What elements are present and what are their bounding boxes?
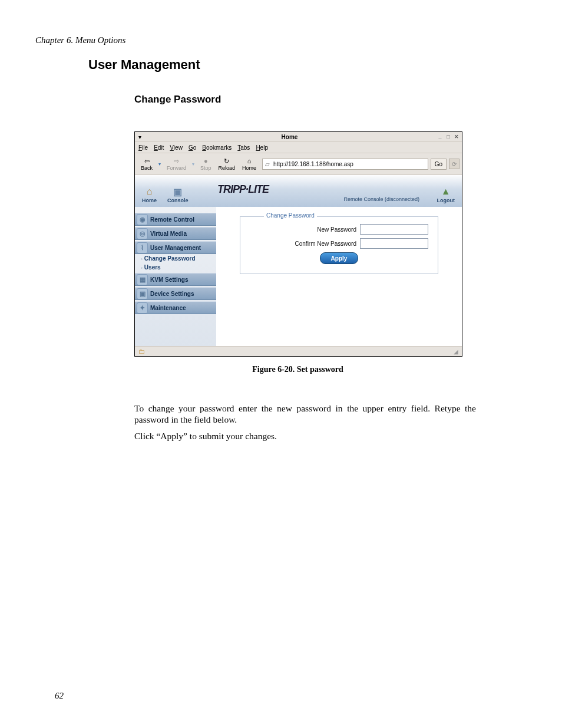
arrow-right-icon: ⇨	[172, 157, 181, 165]
menu-edit[interactable]: Edit	[154, 144, 164, 151]
maximize-button[interactable]: □	[445, 133, 452, 140]
bullet-icon: ◦	[141, 265, 143, 271]
app-main: Change Password New Password Confirm New…	[216, 207, 462, 346]
sidebar-item-device-settings[interactable]: ▣ Device Settings	[135, 287, 216, 300]
browser-menubar: File Edit View Go Bookmarks Tabs Help	[135, 141, 462, 153]
app-console-button[interactable]: ▣ Console	[167, 186, 189, 203]
forward-label: Forward	[167, 165, 186, 171]
confirm-password-label: Confirm New Password	[295, 241, 356, 247]
logout-button[interactable]: ▲ Logout	[437, 186, 455, 203]
disc-icon: ◎	[137, 228, 148, 239]
chapter-header: Chapter 6. Menu Options	[35, 35, 527, 45]
minimize-button[interactable]: _	[437, 133, 444, 140]
app-home-label: Home	[142, 197, 157, 203]
heading-change-password: Change Password	[134, 94, 527, 106]
sidebar-item-remote-control[interactable]: ◉ Remote Control	[135, 213, 216, 226]
sidebar-item-label: Virtual Media	[150, 230, 187, 237]
browser-window: ▾ Home _ □ ✕ File Edit View Go Bookmarks…	[134, 131, 462, 357]
forward-button[interactable]: ⇨ Forward	[163, 157, 190, 171]
chip-icon: ▣	[137, 288, 148, 299]
body-paragraph-2: Click “Apply” to submit your changes.	[134, 430, 476, 442]
logout-label: Logout	[437, 197, 455, 203]
arrow-left-icon: ⇦	[142, 157, 151, 165]
page-number: 62	[55, 691, 64, 701]
address-input[interactable]	[272, 160, 425, 168]
sidebar-item-label: KVM Settings	[150, 276, 188, 283]
menu-go[interactable]: Go	[189, 144, 196, 151]
form-row-new-password: New Password	[250, 224, 428, 235]
gear-icon: ◉	[137, 214, 148, 225]
browser-toolbar: ⇦ Back ▾ ⇨ Forward ▾ ● Stop ↻ Reload ⌂ H…	[135, 153, 462, 174]
apply-button[interactable]: Apply	[320, 252, 359, 264]
back-button[interactable]: ⇦ Back	[137, 157, 156, 171]
exit-icon: ▲	[439, 186, 452, 197]
new-password-input[interactable]	[360, 224, 428, 235]
sidebar-item-label: Remote Control	[150, 216, 194, 223]
body-paragraph-1: To change your password enter the new pa…	[134, 403, 476, 426]
sidebar-sub-change-password[interactable]: ◦Change Password	[141, 255, 216, 262]
sidebar-item-kvm-settings[interactable]: ▦ KVM Settings	[135, 273, 216, 286]
menu-view[interactable]: View	[170, 144, 183, 151]
sidebar-sub-label: Users	[144, 264, 161, 271]
app-header: ⌂ Home ▣ Console TRIPP·LITE Remote Conso…	[135, 175, 462, 207]
sidebar-item-maintenance[interactable]: ✦ Maintenance	[135, 301, 216, 314]
home-icon: ⌂	[244, 157, 254, 165]
system-menu-icon[interactable]: ▾	[137, 134, 143, 140]
browser-statusbar: 🗀 ◢	[135, 346, 462, 356]
stop-button[interactable]: ● Stop	[197, 157, 215, 171]
sidebar-item-user-management[interactable]: ⌇ User Management	[135, 241, 216, 254]
reload-label: Reload	[219, 165, 236, 171]
reload-icon: ↻	[222, 157, 232, 165]
app-home-button[interactable]: ⌂ Home	[142, 186, 157, 203]
page-icon: ▱	[265, 161, 270, 167]
back-history-dropdown[interactable]: ▾	[156, 162, 163, 167]
folder-icon: 🗀	[138, 348, 145, 355]
wrench-icon: ✦	[137, 302, 148, 314]
reload-button[interactable]: ↻ Reload	[215, 157, 239, 171]
forward-history-dropdown[interactable]: ▾	[190, 162, 197, 167]
switch-icon: ▦	[137, 274, 148, 285]
sidebar-item-label: Device Settings	[150, 291, 194, 297]
sidebar-item-label: User Management	[150, 245, 201, 251]
bullet-icon: ◦	[141, 256, 143, 262]
menu-file[interactable]: File	[138, 144, 148, 151]
monitor-icon: ▣	[171, 186, 184, 197]
menu-bookmarks[interactable]: Bookmarks	[202, 144, 232, 151]
menu-help[interactable]: Help	[256, 144, 268, 151]
throbber-icon: ⟳	[449, 159, 459, 169]
app-body: ◉ Remote Control ◎ Virtual Media ⌇ User …	[135, 207, 462, 346]
stop-label: Stop	[200, 165, 211, 171]
sidebar-sub-label: Change Password	[144, 255, 196, 262]
app-console-label: Console	[167, 197, 189, 203]
resize-grip-icon[interactable]: ◢	[454, 348, 458, 355]
fieldset-legend: Change Password	[264, 212, 317, 219]
browser-titlebar: ▾ Home _ □ ✕	[135, 132, 462, 141]
browser-viewport: ⌂ Home ▣ Console TRIPP·LITE Remote Conso…	[135, 174, 462, 346]
sidebar-sub-users[interactable]: ◦Users	[141, 264, 216, 271]
home-label: Home	[242, 165, 256, 171]
form-row-confirm-password: Confirm New Password	[250, 238, 428, 249]
brand-logo: TRIPP·LITE	[217, 183, 269, 196]
menu-tabs[interactable]: Tabs	[237, 144, 250, 151]
confirm-password-input[interactable]	[360, 238, 428, 249]
sidebar-item-virtual-media[interactable]: ◎ Virtual Media	[135, 227, 216, 240]
home-button[interactable]: ⌂ Home	[239, 157, 260, 171]
window-title: Home	[143, 134, 437, 140]
go-button[interactable]: Go	[431, 159, 447, 170]
back-label: Back	[141, 165, 153, 171]
house-icon: ⌂	[143, 186, 156, 197]
stop-icon: ●	[201, 157, 210, 165]
remote-console-status: Remote Console (disconnected)	[343, 196, 419, 202]
users-icon: ⌇	[137, 242, 148, 253]
sidebar-item-label: Maintenance	[150, 305, 186, 311]
change-password-fieldset: Change Password New Password Confirm New…	[240, 216, 438, 274]
sidebar: ◉ Remote Control ◎ Virtual Media ⌇ User …	[135, 207, 216, 346]
close-button[interactable]: ✕	[453, 133, 460, 140]
figure-screenshot: ▾ Home _ □ ✕ File Edit View Go Bookmarks…	[134, 131, 464, 374]
address-bar[interactable]: ▱	[262, 159, 428, 170]
figure-caption: Figure 6-20. Set password	[134, 365, 461, 374]
new-password-label: New Password	[317, 226, 356, 233]
heading-user-management: User Management	[88, 57, 527, 73]
